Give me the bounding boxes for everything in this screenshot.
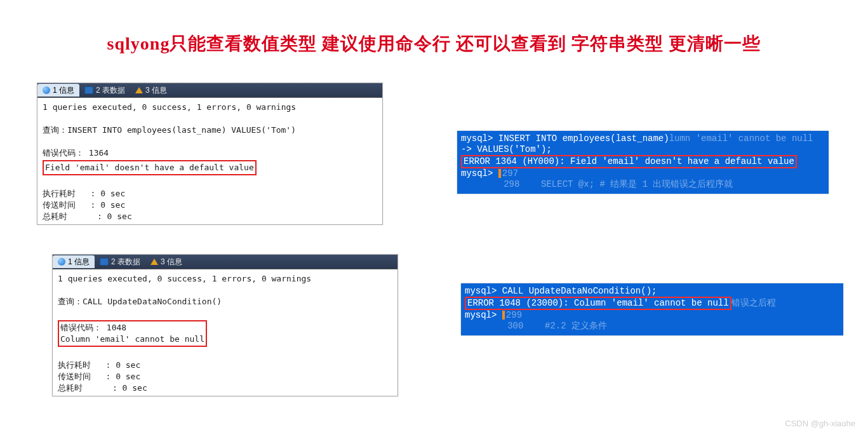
sqlyog-panel-1: 1 信息 2 表数据 3 信息 1 queries executed, 0 su…	[37, 83, 383, 225]
ghost-text: 299	[506, 310, 522, 320]
cursor-icon	[498, 169, 501, 178]
cli-line: mysql> INSERT INTO employees(last_name)l…	[461, 133, 825, 144]
total-time-label: 总耗时	[58, 383, 83, 393]
query-label: 查询：	[58, 297, 83, 306]
error-highlight: 错误代码： 1048 Column 'email' cannot be null	[58, 320, 207, 347]
cli-line: mysql> CALL UpdateDataNoCondition();	[465, 286, 839, 297]
ghost-text: lumn 'email' cannot be null	[669, 133, 813, 144]
ghost-text: 错误之后程	[731, 298, 776, 308]
tab-info-1[interactable]: 1 信息	[53, 255, 95, 268]
tab-label: 2 表数据	[96, 85, 125, 96]
panel-body: 1 queries executed, 0 success, 1 errors,…	[37, 98, 382, 226]
exec-time-value: : 0 sec	[90, 189, 125, 198]
send-time-value: : 0 sec	[105, 372, 140, 381]
tab-info-3[interactable]: 3 信息	[145, 255, 187, 268]
send-time-label: 传送时间	[43, 200, 76, 210]
info-icon	[58, 258, 65, 266]
tab-label: 1 信息	[68, 257, 90, 267]
exec-time-label: 执行耗时	[43, 189, 76, 198]
tab-info-1[interactable]: 1 信息	[37, 84, 79, 97]
warning-icon	[135, 87, 143, 93]
cli-panel-2: mysql> CALL UpdateDataNoCondition(); ERR…	[461, 283, 843, 335]
errcode-value: 1048	[107, 323, 126, 332]
tab-data[interactable]: 2 表数据	[95, 255, 145, 268]
errmsg: Field 'email' doesn't have a default val…	[45, 163, 254, 172]
summary-line: 1 queries executed, 0 success, 1 errors,…	[58, 274, 311, 283]
tab-info-3[interactable]: 3 信息	[130, 84, 172, 97]
cli-line: -> VALUES('Tom');	[461, 144, 825, 155]
error-highlight: ERROR 1048 (23000): Column 'email' canno…	[465, 297, 731, 310]
tab-data[interactable]: 2 表数据	[79, 84, 130, 97]
error-highlight: ERROR 1364 (HY000): Field 'email' doesn'…	[461, 155, 797, 168]
error-highlight: Field 'email' doesn't have a default val…	[43, 160, 257, 175]
grid-icon	[100, 258, 109, 266]
send-time-value: : 0 sec	[90, 200, 125, 210]
tab-bar: 1 信息 2 表数据 3 信息	[53, 255, 397, 269]
panel-body: 1 queries executed, 0 success, 1 errors,…	[53, 269, 397, 398]
tab-label: 2 表数据	[111, 257, 140, 267]
errmsg: Column 'email' cannot be null	[60, 334, 204, 344]
ghost-line: 298 SELECT @x; # 结果是 1 出现错误之后程序就	[461, 179, 825, 190]
query-label: 查询：	[43, 125, 67, 135]
query-text: INSERT INTO employees(last_name) VALUES(…	[67, 125, 296, 135]
cli-panel-1: mysql> INSERT INTO employees(last_name)l…	[457, 131, 829, 194]
cli-error-line: ERROR 1048 (23000): Column 'email' canno…	[465, 297, 839, 310]
sqlyog-panel-2: 1 信息 2 表数据 3 信息 1 queries executed, 0 su…	[52, 254, 398, 396]
grid-icon	[84, 86, 93, 94]
ghost-text: 297	[502, 168, 518, 179]
total-time-value: : 0 sec	[112, 383, 147, 393]
tab-bar: 1 信息 2 表数据 3 信息	[37, 83, 382, 98]
exec-time-value: : 0 sec	[105, 360, 140, 370]
errcode-label: 错误代码：	[60, 323, 102, 332]
tab-label: 3 信息	[161, 257, 182, 267]
tab-label: 1 信息	[53, 85, 74, 96]
exec-time-label: 执行耗时	[58, 360, 91, 370]
watermark: CSDN @gh-xiaohe	[785, 419, 855, 428]
query-text: CALL UpdateDataNoCondition()	[83, 297, 222, 306]
info-icon	[43, 86, 50, 94]
errcode-value: 1364	[89, 148, 109, 158]
cli-line: mysql> 297	[461, 168, 825, 179]
main-title: sqlyong只能查看数值类型 建议使用命令行 还可以查看到 字符串类型 更清晰…	[0, 32, 868, 56]
errcode-label: 错误代码：	[43, 148, 84, 158]
warning-icon	[150, 259, 158, 265]
send-time-label: 传送时间	[58, 372, 91, 381]
ghost-line: 300 #2.2 定义条件	[465, 321, 839, 332]
tab-label: 3 信息	[145, 85, 167, 96]
total-time-label: 总耗时	[43, 212, 67, 221]
cursor-icon	[502, 311, 505, 320]
cli-error-line: ERROR 1364 (HY000): Field 'email' doesn'…	[461, 155, 825, 168]
cli-line: mysql> 299	[465, 310, 839, 321]
total-time-value: : 0 sec	[97, 212, 132, 221]
summary-line: 1 queries executed, 0 success, 1 errors,…	[43, 102, 296, 112]
